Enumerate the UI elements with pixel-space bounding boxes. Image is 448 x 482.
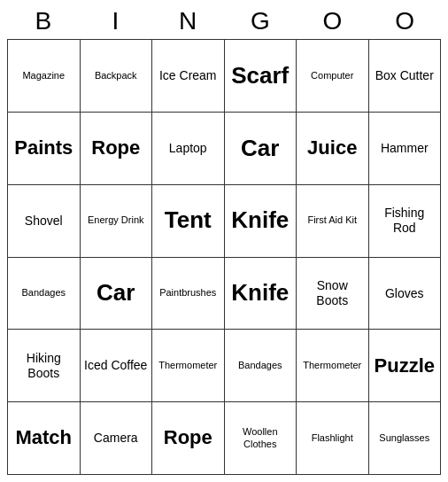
cell-26: Thermometer (152, 330, 225, 402)
cell-33: Woollen Clothes (225, 402, 297, 475)
cell-25: Iced Coffee (81, 330, 153, 402)
cell-text-7: Rope (91, 136, 140, 159)
cell-8: Laptop (152, 113, 225, 185)
cell-2: Ice Cream (152, 40, 225, 113)
cell-22: Snow Boots (297, 258, 369, 330)
cell-text-26: Thermometer (158, 360, 217, 371)
cell-10: Juice (297, 113, 369, 185)
header-letter-5: O (368, 7, 441, 35)
cell-21: Knife (225, 258, 297, 330)
cell-12: Shovel (8, 185, 81, 258)
cell-text-1: Backpack (95, 70, 137, 82)
cell-1: Backpack (81, 40, 153, 113)
cell-32: Rope (152, 402, 225, 475)
cell-6: Paints (8, 113, 81, 185)
cell-7: Rope (81, 113, 153, 185)
cell-34: Flashlight (297, 402, 369, 475)
cell-20: Paintbrushes (152, 258, 225, 330)
bingo-grid: MagazineBackpackIce CreamScarfComputerBo… (7, 39, 441, 475)
cell-text-9: Car (241, 135, 279, 162)
header-letter-2: N (151, 7, 224, 35)
cell-35: Sunglasses (369, 402, 442, 475)
cell-text-16: First Aid Kit (307, 214, 357, 226)
cell-text-14: Tent (165, 206, 212, 234)
cell-text-8: Laptop (169, 141, 207, 156)
cell-text-28: Thermometer (303, 360, 361, 371)
cell-15: Knife (225, 185, 297, 258)
cell-text-3: Scarf (231, 62, 289, 89)
cell-text-2: Ice Cream (159, 68, 217, 83)
cell-text-31: Camera (94, 431, 138, 446)
cell-text-13: Energy Drink (88, 214, 144, 226)
cell-28: Thermometer (297, 330, 369, 402)
header-letter-1: I (80, 7, 152, 35)
cell-24: Hiking Boots (8, 330, 81, 402)
cell-text-22: Snow Boots (299, 278, 366, 308)
cell-text-23: Gloves (385, 286, 424, 301)
bingo-header: BINGOO (7, 7, 441, 35)
cell-29: Puzzle (369, 330, 442, 402)
cell-19: Car (81, 258, 153, 330)
cell-3: Scarf (225, 40, 297, 113)
cell-text-12: Shovel (25, 214, 63, 229)
cell-text-6: Paints (14, 136, 73, 159)
cell-text-10: Juice (307, 136, 357, 159)
cell-0: Magazine (8, 40, 81, 113)
cell-31: Camera (81, 402, 153, 475)
cell-text-11: Hammer (381, 141, 429, 156)
header-letter-4: O (297, 7, 369, 35)
cell-text-19: Car (97, 279, 135, 307)
cell-23: Gloves (369, 258, 442, 330)
cell-text-35: Sunglasses (379, 432, 429, 444)
cell-text-25: Iced Coffee (84, 358, 147, 373)
cell-9: Car (225, 113, 297, 185)
cell-text-34: Flashlight (312, 432, 353, 444)
cell-text-5: Box Cutter (375, 68, 434, 83)
cell-text-21: Knife (231, 279, 289, 307)
cell-text-15: Knife (231, 206, 289, 234)
cell-30: Match (8, 402, 81, 475)
cell-14: Tent (152, 185, 225, 258)
cell-13: Energy Drink (81, 185, 153, 258)
cell-4: Computer (297, 40, 369, 113)
header-letter-0: B (7, 7, 80, 35)
cell-text-20: Paintbrushes (159, 287, 216, 299)
cell-text-18: Bandages (21, 287, 66, 299)
cell-text-30: Match (15, 426, 72, 449)
cell-text-0: Magazine (22, 70, 65, 82)
cell-text-24: Hiking Boots (11, 351, 77, 381)
cell-text-33: Woollen Clothes (228, 426, 294, 449)
cell-5: Box Cutter (369, 40, 442, 113)
cell-18: Bandages (8, 258, 81, 330)
cell-text-32: Rope (164, 426, 212, 449)
cell-text-27: Bandages (238, 360, 282, 371)
cell-text-4: Computer (311, 70, 353, 82)
cell-11: Hammer (369, 113, 442, 185)
cell-16: First Aid Kit (297, 185, 369, 258)
cell-text-17: Fishing Rod (372, 206, 438, 236)
header-letter-3: G (224, 7, 297, 35)
cell-17: Fishing Rod (369, 185, 442, 258)
cell-text-29: Puzzle (375, 354, 435, 377)
cell-27: Bandages (225, 330, 297, 402)
